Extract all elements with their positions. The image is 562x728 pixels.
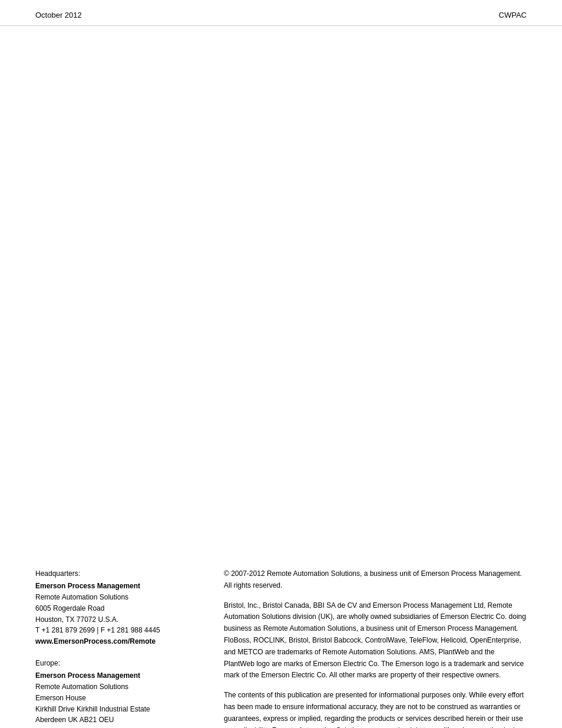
hq-division: Remote Automation Solutions <box>35 592 200 603</box>
europe-street: Emerson House <box>35 693 200 704</box>
europe-city: Aberdeen UK AB21 OEU <box>35 714 200 726</box>
footer-section: Headquarters: Emerson Process Management… <box>0 556 562 728</box>
europe-company: Emerson Process Management <box>35 670 200 681</box>
europe-street2: Kirkhill Drive Kirkhill Industrial Estat… <box>35 704 200 715</box>
hq-street: 6005 Rogerdale Road <box>35 603 200 614</box>
main-content <box>0 26 562 556</box>
europe-address-block: Europe: Emerson Process Management Remot… <box>35 658 200 728</box>
hq-phone: T +1 281 879 2699 | F +1 281 988 4445 <box>35 625 200 636</box>
address-column: Headquarters: Emerson Process Management… <box>35 568 200 728</box>
header: October 2012 CWPAC <box>0 0 562 26</box>
header-date: October 2012 <box>35 11 82 19</box>
hq-city: Houston, TX 77072 U.S.A. <box>35 614 200 625</box>
europe-region: Europe: <box>35 658 200 669</box>
copyright-p3: The contents of this publication are pre… <box>224 690 527 728</box>
header-product-code: CWPAC <box>499 11 527 19</box>
page: October 2012 CWPAC Headquarters: Emerson… <box>0 0 562 728</box>
hq-address-block: Headquarters: Emerson Process Management… <box>35 568 200 647</box>
copyright-column: © 2007-2012 Remote Automation Solutions,… <box>200 568 527 728</box>
europe-phone: T +44 1224 215700 | F +44 1224 215799 <box>35 726 200 728</box>
hq-web: www.EmersonProcess.com/Remote <box>35 636 200 647</box>
copyright-p2: Bristol, Inc., Bristol Canada, BBI SA de… <box>224 600 527 682</box>
hq-region: Headquarters: <box>35 568 200 579</box>
europe-division: Remote Automation Solutions <box>35 681 200 693</box>
copyright-p1: © 2007-2012 Remote Automation Solutions,… <box>224 568 527 592</box>
hq-company: Emerson Process Management <box>35 581 200 592</box>
